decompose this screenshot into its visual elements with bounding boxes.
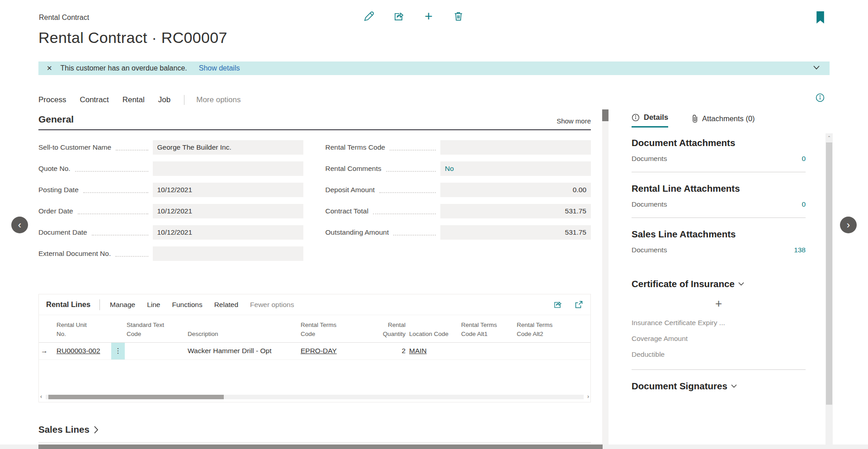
scroll-left-icon[interactable]: ‹ <box>40 393 42 400</box>
add-insurance-plus-icon[interactable]: + <box>632 297 806 311</box>
lines-menu-functions[interactable]: Functions <box>172 301 202 309</box>
menu-contract[interactable]: Contract <box>80 95 108 104</box>
documents-count-link[interactable]: 0 <box>802 200 806 208</box>
scroll-right-icon[interactable]: › <box>587 393 589 400</box>
scroll-up-icon[interactable]: ⌃ <box>826 133 833 142</box>
chevron-right-icon <box>94 426 99 434</box>
rental-line-attachments-heading: Rental Line Attachments <box>632 183 806 194</box>
share-icon[interactable] <box>553 300 562 309</box>
col-rental-terms-code-alt2[interactable]: Rental Terms Code Alt2 <box>515 315 571 342</box>
edit-pencil-icon[interactable] <box>363 10 375 23</box>
col-rental-terms-code-alt1[interactable]: Rental Terms Code Alt1 <box>459 315 515 342</box>
quote-no-input[interactable] <box>153 161 303 176</box>
location-code-link[interactable]: MAIN <box>409 347 427 354</box>
coverage-amount-label[interactable]: Coverage Amount <box>632 335 806 343</box>
col-rental-quantity[interactable]: Rental Quantity <box>367 315 407 342</box>
previous-record-button[interactable]: ‹ <box>11 217 28 233</box>
menu-job[interactable]: Job <box>158 95 170 104</box>
tab-details[interactable]: Details <box>632 113 668 128</box>
field-document-date: Document Date 10/12/2021 <box>38 225 303 240</box>
lines-menu-related[interactable]: Related <box>214 301 238 309</box>
close-icon[interactable]: ✕ <box>47 64 52 72</box>
menu-process[interactable]: Process <box>38 95 66 104</box>
field-outstanding-amount: Outstanding Amount 531.75 <box>326 225 591 240</box>
show-more-button[interactable]: Show more <box>557 117 591 125</box>
external-document-no-input[interactable] <box>153 246 303 261</box>
fewer-options-button[interactable]: Fewer options <box>250 301 294 309</box>
deductible-label[interactable]: Deductible <box>632 350 806 359</box>
document-signatures-heading[interactable]: Document Signatures <box>632 381 806 392</box>
documents-label: Documents <box>632 200 667 208</box>
add-plus-icon[interactable]: + <box>422 10 435 23</box>
list-item: Documents 0 <box>632 155 806 172</box>
scrollbar-thumb[interactable] <box>602 109 609 121</box>
menu-rental[interactable]: Rental <box>123 95 145 104</box>
description-cell[interactable]: Wacker Hammer Drill - Opt <box>186 342 299 359</box>
col-standard-text-code[interactable]: Standard Text Code <box>125 315 186 342</box>
col-description[interactable]: Description <box>186 315 299 342</box>
documents-count-link[interactable]: 138 <box>794 246 806 254</box>
order-date-input[interactable]: 10/12/2021 <box>153 204 303 218</box>
outstanding-amount-input[interactable]: 531.75 <box>440 225 591 240</box>
col-rental-unit-no[interactable]: Rental Unit No. <box>55 315 111 342</box>
contract-total-input[interactable]: 531.75 <box>440 204 591 218</box>
field-label: Document Date <box>38 228 87 236</box>
rental-comments-link[interactable]: No <box>440 161 591 176</box>
row-options-icon[interactable]: ⋮ <box>111 342 125 359</box>
field-label: Quote No. <box>38 165 71 173</box>
share-icon[interactable] <box>392 10 405 23</box>
field-posting-date: Posting Date 10/12/2021 <box>38 183 303 197</box>
next-record-button[interactable]: › <box>840 217 857 233</box>
bookmark-icon[interactable] <box>816 11 824 24</box>
show-details-link[interactable]: Show details <box>199 64 240 72</box>
factbox-vertical-scrollbar[interactable]: ⌃ <box>826 133 833 449</box>
field-quote-no: Quote No. <box>38 161 303 176</box>
rental-quantity-cell[interactable]: 2 <box>367 342 407 359</box>
field-label: Sell-to Customer Name <box>38 143 111 151</box>
rental-terms-code-alt2-cell[interactable] <box>515 342 571 359</box>
banner-message: This customer has an overdue balance. <box>61 64 187 72</box>
chevron-down-icon <box>731 384 737 388</box>
posting-date-input[interactable]: 10/12/2021 <box>153 183 303 197</box>
document-date-input[interactable]: 10/12/2021 <box>153 225 303 240</box>
info-icon[interactable] <box>816 93 825 102</box>
chevron-right-icon: › <box>847 220 850 230</box>
rental-terms-code-link[interactable]: EPRO-DAY <box>301 347 337 354</box>
certificate-of-insurance-heading[interactable]: Certificate of Insurance <box>632 279 806 289</box>
tab-attachments[interactable]: Attachments (0) <box>692 114 755 128</box>
rental-unit-no-link[interactable]: RU00003-002 <box>57 347 100 354</box>
col-location-code[interactable]: Location Code <box>407 315 459 342</box>
info-circle-icon <box>632 113 640 122</box>
table-row: → RU00003-002 ⋮ Wacker Hammer Drill - Op… <box>39 342 590 359</box>
overdue-balance-banner: ✕ This customer has an overdue balance. … <box>38 61 830 75</box>
scrollbar-thumb[interactable] <box>48 395 224 399</box>
divider <box>632 172 806 172</box>
field-label: Contract Total <box>326 207 368 215</box>
document-attachments-heading: Document Attachments <box>632 137 806 148</box>
lines-menu-line[interactable]: Line <box>147 301 160 309</box>
heading-label: Document Signatures <box>632 381 727 392</box>
insurance-certificate-expiry-label[interactable]: Insurance Certificate Expiry ... <box>632 319 806 327</box>
sales-lines-title: Sales Lines <box>38 424 90 435</box>
scrollbar-thumb[interactable] <box>38 444 603 449</box>
sales-lines-expander[interactable]: Sales Lines <box>38 424 99 435</box>
documents-count-link[interactable]: 0 <box>802 155 806 163</box>
tab-label: Attachments (0) <box>702 114 755 123</box>
lines-menu-manage[interactable]: Manage <box>110 301 135 309</box>
col-rental-terms-code[interactable]: Rental Terms Code <box>299 315 367 342</box>
open-in-window-icon[interactable] <box>574 300 583 309</box>
standard-text-code-cell[interactable] <box>125 342 186 359</box>
deposit-amount-input[interactable]: 0.00 <box>440 183 591 197</box>
sell-to-customer-name-input[interactable]: George The Builder Inc. <box>153 140 303 155</box>
scrollbar-thumb[interactable] <box>826 142 832 405</box>
delete-trash-icon[interactable] <box>452 10 465 23</box>
chevron-down-icon[interactable] <box>813 66 820 70</box>
field-external-document-no: External Document No. <box>38 246 303 261</box>
rental-terms-code-alt1-cell[interactable] <box>459 342 515 359</box>
page-horizontal-scrollbar[interactable] <box>0 444 868 449</box>
main-vertical-scrollbar[interactable] <box>602 109 609 444</box>
chevron-left-icon: ‹ <box>18 220 21 230</box>
more-options-button[interactable]: More options <box>196 95 241 104</box>
rental-terms-code-input[interactable] <box>440 140 591 155</box>
breadcrumb[interactable]: Rental Contract <box>39 14 89 22</box>
